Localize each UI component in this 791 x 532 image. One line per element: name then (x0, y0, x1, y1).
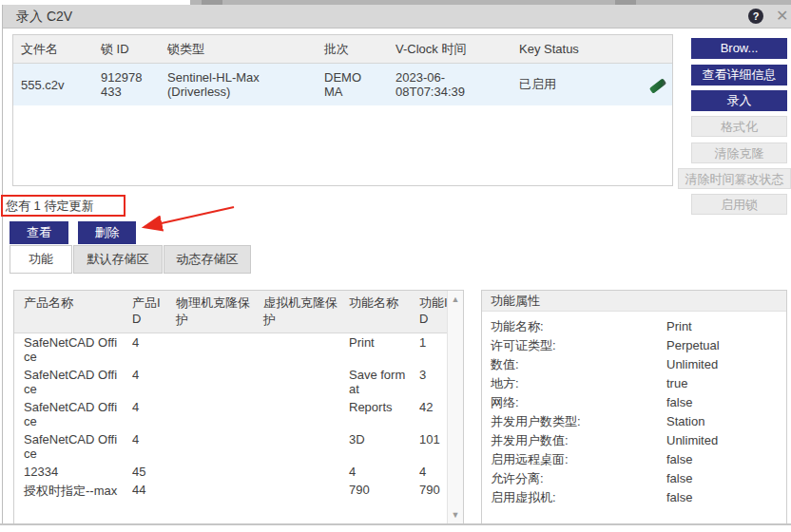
col-header-lock-id: 锁 ID (93, 41, 160, 58)
close-icon[interactable]: ✕ (776, 7, 788, 25)
cell-product-name: SafeNetCAD Office (14, 432, 123, 461)
c2v-table-row[interactable]: 555.c2v 912978433 Sentinel-HL-Max (Drive… (13, 64, 672, 105)
property-row: 网络: false (482, 393, 786, 412)
cell-filename: 555.c2v (13, 78, 93, 92)
cell-product-name: 授权时指定--max (14, 483, 123, 500)
col-header-phys-clone: 物理机克隆保护 (166, 294, 254, 329)
property-row: 数值: Unlimited (482, 355, 786, 374)
dialog-border (2, 5, 3, 525)
cell-product-id: 4 (123, 335, 166, 364)
browse-button[interactable]: Brow... (691, 38, 787, 59)
property-label: 许可证类型: (482, 338, 556, 352)
property-label: 地方: (482, 376, 519, 390)
property-row: 启用远程桌面: false (482, 450, 786, 469)
cell-vclock-time: 2023-06-08T07:34:39 (388, 70, 511, 99)
cell-feature-id: 3 (410, 368, 448, 396)
feature-properties-title: 功能属性 (482, 291, 786, 312)
cell-product-id: 4 (123, 368, 166, 396)
dialog-bottom-edge (0, 523, 791, 525)
view-details-button[interactable]: 查看详细信息 (691, 65, 787, 86)
cell-product-id: 4 (123, 432, 166, 461)
apply-c2v-button[interactable]: 录入 (691, 90, 787, 111)
view-update-button[interactable]: 查看 (10, 221, 68, 244)
cell-feature-name: Reports (339, 400, 410, 428)
tab-default-memory[interactable]: 默认存储区 (73, 245, 163, 274)
help-icon[interactable]: ? (748, 9, 763, 24)
cell-product-id: 45 (123, 465, 166, 479)
cell-phys-clone (166, 465, 254, 479)
cell-feature-name: 790 (339, 483, 410, 500)
cell-product-name: SafeNetCAD Office (14, 335, 123, 364)
col-header-virt-clone: 虚拟机克隆保护 (254, 294, 339, 329)
cell-feature-name: Save format (339, 368, 410, 396)
property-row: 地方: true (482, 374, 786, 393)
format-button: 格式化 (691, 116, 787, 137)
property-label: 功能名称: (482, 319, 544, 333)
col-header-filename: 文件名 (13, 41, 93, 58)
property-label: 并发用户数类型: (482, 414, 581, 428)
property-value: Station (666, 412, 704, 431)
col-header-lock-type: 锁类型 (160, 41, 317, 58)
tab-dynamic-memory[interactable]: 动态存储区 (164, 245, 251, 274)
cell-phys-clone (166, 400, 254, 428)
cell-feature-id: 1 (410, 335, 448, 364)
cell-feature-id: 42 (410, 400, 448, 428)
features-scrollbar[interactable]: ▲ ▼ (447, 291, 463, 523)
col-header-vclock: V-Clock 时间 (388, 41, 511, 58)
property-value: Print (666, 317, 692, 336)
property-value: false (666, 450, 692, 469)
cell-virt-clone (254, 368, 339, 396)
feature-properties-panel: 功能属性 功能名称: Print 许可证类型: Perpetual 数值: Un… (481, 290, 787, 524)
features-table-header: 产品名称 产品ID 物理机克隆保护 虚拟机克隆保护 功能名称 功能ID (14, 291, 463, 333)
property-row: 并发用户数值: Unlimited (482, 431, 786, 450)
usb-dongle-icon (649, 78, 666, 94)
feature-properties-list: 功能名称: Print 许可证类型: Perpetual 数值: Unlimit… (482, 312, 786, 507)
cell-phys-clone (166, 335, 254, 364)
property-label: 启用远程桌面: (482, 452, 569, 466)
pending-update-label: 您有 1 待定更新 (1, 195, 125, 217)
delete-update-button[interactable]: 删除 (78, 221, 136, 244)
property-value: false (666, 469, 692, 488)
property-label: 启用虚拟机: (482, 490, 556, 504)
col-header-product-id: 产品ID (123, 294, 166, 329)
scroll-down-icon[interactable]: ▼ (448, 510, 463, 520)
scroll-up-icon[interactable]: ▲ (448, 294, 463, 304)
cell-phys-clone (166, 368, 254, 396)
property-label: 网络: (482, 395, 519, 409)
property-label: 并发用户数值: (482, 433, 569, 447)
feature-row[interactable]: 12334 45 4 4 (14, 463, 463, 481)
feature-row[interactable]: SafeNetCAD Office 4 3D 101 (14, 430, 463, 463)
property-value: Unlimited (666, 431, 718, 450)
cell-phys-clone (166, 432, 254, 461)
cell-product-name: SafeNetCAD Office (14, 400, 123, 428)
feature-row[interactable]: 授权时指定--max 44 790 790 (14, 481, 463, 502)
cell-lock-type: Sentinel-HL-Max (Driverless) (160, 70, 317, 99)
col-header-feature-name: 功能名称 (339, 294, 410, 329)
cell-phys-clone (166, 483, 254, 500)
cell-virt-clone (254, 400, 339, 428)
col-header-product-name: 产品名称 (14, 294, 123, 329)
property-label: 数值: (482, 357, 519, 371)
c2v-dialog-window: 录入 C2V ? ✕ 文件名 锁 ID 锁类型 批次 V-Clock 时间 Ke… (0, 0, 791, 532)
cell-feature-name: Print (339, 335, 410, 364)
dialog-titlebar: 录入 C2V ? ✕ (3, 5, 791, 28)
cell-virt-clone (254, 465, 339, 479)
cell-virt-clone (254, 335, 339, 364)
feature-row[interactable]: SafeNetCAD Office 4 Save format 3 (14, 366, 463, 398)
features-table: 产品名称 产品ID 物理机克隆保护 虚拟机克隆保护 功能名称 功能ID Safe… (13, 290, 464, 524)
property-value: Unlimited (666, 355, 718, 374)
cell-product-id: 4 (123, 400, 166, 428)
cell-feature-id: 101 (410, 432, 448, 461)
tab-features[interactable]: 功能 (10, 245, 72, 274)
feature-row[interactable]: SafeNetCAD Office 4 Reports 42 (14, 398, 463, 430)
feature-row[interactable]: SafeNetCAD Office 4 Print 1 (14, 333, 463, 366)
cell-virt-clone (254, 483, 339, 500)
cell-virt-clone (254, 432, 339, 461)
cell-lock-id: 912978433 (93, 70, 160, 99)
property-label: 允许分离: (482, 471, 544, 485)
clear-clone-button: 清除克隆 (691, 142, 787, 163)
cell-dongle (611, 78, 672, 92)
col-header-batch: 批次 (317, 41, 388, 58)
cell-key-status: 已启用 (511, 76, 611, 93)
property-row: 允许分离: false (482, 469, 786, 488)
